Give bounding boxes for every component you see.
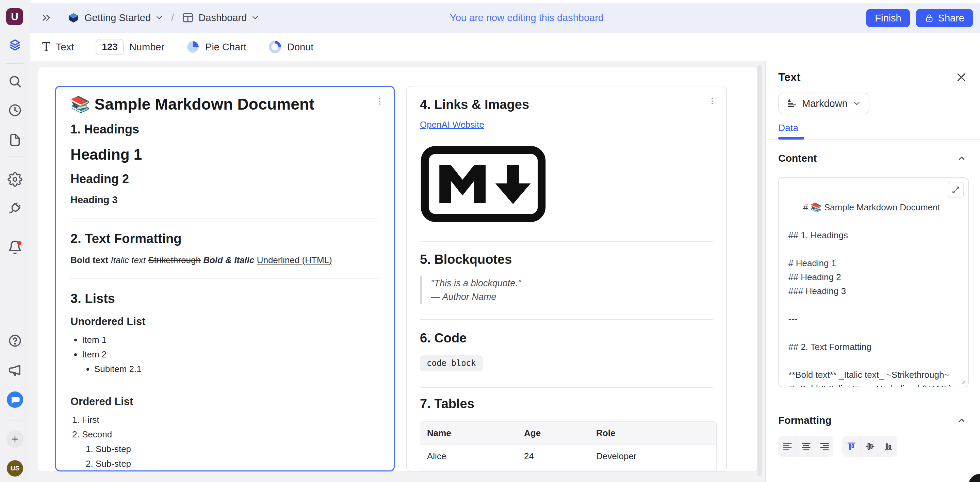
resize-handle-icon[interactable] [959, 378, 966, 385]
align-left-button[interactable] [778, 436, 797, 457]
valign-top-button[interactable] [842, 436, 861, 457]
md-section-2: 2. Text Formatting [70, 231, 379, 246]
text-widget-card[interactable]: 📚 Sample Markdown Document 1. Headings H… [55, 86, 395, 471]
close-icon[interactable] [956, 72, 967, 83]
active-tab-indicator [778, 137, 804, 140]
text-icon: T [42, 41, 50, 53]
inline-code: code block [420, 355, 483, 371]
sidebar-item-files[interactable] [0, 132, 30, 148]
sidebar-item-notifications[interactable] [0, 239, 30, 256]
bell-icon [8, 240, 22, 255]
search-icon [8, 74, 22, 89]
divider [70, 218, 379, 219]
sidebar-item-integrations[interactable] [0, 200, 30, 216]
table-header-name: Name [420, 422, 517, 445]
align-right-button[interactable] [815, 436, 833, 457]
table-row: Alice 24 Developer [420, 445, 717, 468]
breadcrumb-separator: / [171, 12, 174, 24]
align-center-button[interactable] [797, 436, 815, 457]
left-sidebar: U [0, 0, 30, 482]
sidebar-divider [6, 420, 24, 420]
md-section-4: 4. Links & Images [420, 97, 713, 112]
app-window: U [0, 0, 980, 482]
dashboard-icon [181, 11, 194, 24]
md-section-1: 1. Headings [70, 122, 379, 137]
chevron-up-icon[interactable] [957, 154, 966, 163]
card-menu-icon[interactable] [706, 95, 719, 108]
chat-bubble-icon [7, 391, 23, 408]
vertical-scrollbar[interactable] [757, 65, 762, 477]
text-align-group [778, 436, 833, 457]
chevron-down-icon[interactable] [251, 13, 259, 22]
gear-icon [8, 172, 22, 187]
expand-editor-button[interactable] [948, 182, 964, 198]
md-heading-3: Heading 3 [70, 194, 379, 205]
md-table: Name Age Role Alice 24 Developer Bob 29 … [420, 422, 717, 471]
plug-icon [8, 201, 22, 215]
widget-toolbar: T Text 123 Number Pie Chart Donut [30, 33, 980, 61]
user-avatar[interactable]: US [0, 460, 30, 477]
collection-cube-icon [67, 11, 80, 24]
panel-divider [766, 466, 980, 466]
vertical-align-group [842, 436, 897, 457]
valign-middle-button[interactable] [861, 436, 879, 457]
lock-icon [924, 13, 934, 23]
text-widget-card-2[interactable]: 4. Links & Images OpenAI Website 5. Bloc… [406, 86, 727, 471]
sidebar-item-help[interactable] [0, 332, 30, 349]
md-heading-2: Heading 2 [70, 172, 379, 186]
list-item: Item 2 Subitem 2.1 [82, 349, 379, 374]
list-subitem: Sub-step [95, 444, 379, 455]
breadcrumb: Getting Started / Dashboard [67, 11, 259, 24]
table-header-age: Age [517, 422, 589, 445]
sidebar-item-chat[interactable] [0, 391, 30, 408]
list-item: Item 1 [82, 335, 379, 345]
finish-button[interactable]: Finish [866, 9, 910, 27]
editing-banner: You are now editing this dashboard [450, 12, 604, 24]
markdown-content-editor[interactable]: # 📚 Sample Markdown Document ## 1. Headi… [778, 177, 969, 387]
openai-link[interactable]: OpenAI Website [420, 119, 484, 130]
markdown-logo-image [420, 145, 713, 223]
md-ul-title: Unordered List [70, 315, 379, 328]
add-button[interactable] [0, 430, 30, 448]
sidebar-item-search[interactable] [0, 73, 30, 89]
content-section-header: Content [778, 153, 817, 164]
list-item: First [82, 415, 379, 425]
valign-bottom-button[interactable] [879, 436, 897, 457]
chevron-down-icon[interactable] [155, 13, 164, 22]
text-style-icon [786, 98, 797, 109]
add-pie-chart-widget[interactable]: Pie Chart [186, 40, 247, 54]
share-button[interactable]: Share [916, 9, 973, 27]
add-number-widget[interactable]: 123 Number [95, 39, 164, 55]
plus-icon [6, 430, 24, 448]
sidebar-item-settings[interactable] [0, 171, 30, 188]
add-text-widget[interactable]: T Text [42, 41, 74, 53]
add-donut-widget[interactable]: Donut [268, 40, 313, 54]
md-ol-title: Ordered List [70, 396, 379, 408]
md-ordered-list: First Second Sub-step Sub-step [82, 415, 379, 469]
table-row: Bob 29 Designer [420, 468, 717, 471]
formatting-section-header: Formatting [778, 415, 832, 426]
md-unordered-list: Item 1 Item 2 Subitem 2.1 [82, 335, 379, 374]
table-header-role: Role [589, 422, 717, 445]
card-menu-icon[interactable] [373, 95, 386, 108]
text-type-dropdown[interactable]: Markdown [778, 92, 869, 115]
widget-settings-panel: Text Markdown Data Content # 📚 Sample Ma… [765, 61, 980, 482]
sidebar-item-announcements[interactable] [0, 362, 30, 379]
help-icon [8, 334, 22, 348]
md-section-7: 7. Tables [420, 396, 713, 411]
collapse-sidebar-icon[interactable] [40, 11, 52, 24]
breadcrumb-page[interactable]: Dashboard [198, 12, 247, 24]
breadcrumb-collection[interactable]: Getting Started [84, 12, 151, 24]
layers-icon [8, 38, 22, 53]
chevron-up-icon[interactable] [957, 416, 966, 425]
clock-icon [8, 103, 22, 118]
number-icon: 123 [95, 39, 124, 55]
avatar: US [7, 460, 23, 477]
sidebar-item-history[interactable] [0, 102, 30, 118]
blockquote: "This is a blockquote." — Author Name [420, 277, 713, 304]
sidebar-item-data[interactable] [0, 37, 30, 54]
tab-data[interactable]: Data [778, 122, 798, 134]
panel-title: Text [778, 71, 800, 84]
workspace-logo[interactable]: U [6, 8, 23, 25]
md-section-5: 5. Blockquotes [420, 252, 713, 267]
